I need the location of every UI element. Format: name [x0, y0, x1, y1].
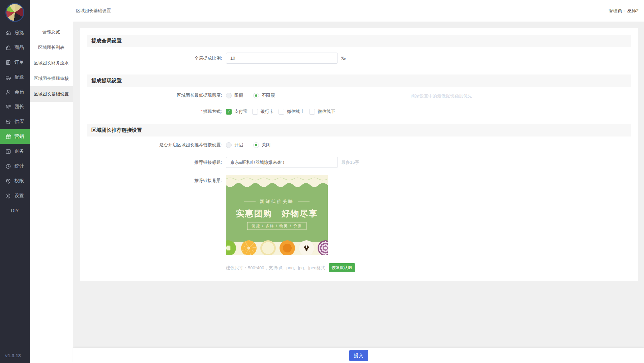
reflink-title-hint: 最多15字 [341, 159, 359, 165]
sidebar-item-members[interactable]: 会员 [0, 85, 30, 99]
global-ratio-input[interactable] [226, 53, 338, 64]
submenu-item-marketing-overview[interactable]: 营销总览 [30, 24, 73, 40]
sidebar-item-label: 供应 [14, 119, 24, 125]
sidebar-item-stats[interactable]: 统计 [0, 159, 30, 174]
radio-no-limit[interactable]: 不限额 [253, 92, 275, 98]
radio-label: 关闭 [262, 142, 270, 148]
sidebar-item-goods[interactable]: 商品 [0, 40, 30, 55]
orange-slice-icon [241, 240, 257, 255]
radio-enable[interactable]: 开启 [226, 142, 243, 148]
required-mark: * [201, 109, 202, 114]
dash-decoration [244, 202, 256, 202]
app-logo[interactable] [5, 3, 24, 22]
submenu-item-leader-withdraw-audit[interactable]: 区域团长提现审核 [30, 71, 73, 86]
checkbox-alipay[interactable]: ✓ 支付宝 [226, 109, 247, 115]
admin-label: 管理员： [609, 8, 626, 13]
radio-label: 不限额 [262, 92, 275, 98]
section-title-withdraw: 提成提现设置 [87, 74, 631, 87]
admin-info: 管理员： 巫师2 [609, 8, 639, 14]
sidebar-item-label: 营销 [14, 133, 24, 140]
checkbox-label: 银行卡 [261, 109, 274, 115]
sidebar-item-finance[interactable]: 财务 [0, 144, 30, 159]
reflink-title-label: 推荐链接标题: [87, 159, 226, 165]
reflink-bg-image[interactable]: 新鲜低价美味 实惠团购 好物尽享 便捷 / 多样 / 物美 / 价廉 [226, 175, 328, 255]
checkbox-wechat-online[interactable]: 微信线上 [279, 109, 304, 115]
sidebar-item-supply[interactable]: 供应 [0, 114, 30, 129]
radio-circle-icon [226, 142, 232, 148]
banner-subtitle: 便捷 / 多样 / 物美 / 价廉 [247, 222, 306, 230]
delivery-icon [5, 74, 11, 81]
section-title-global-commission: 提成全局设置 [87, 35, 631, 47]
banner-title: 实惠团购 好物尽享 [226, 208, 328, 219]
sidebar-item-overview[interactable]: 总览 [0, 25, 30, 40]
content-area: 提成全局设置 全局提成比例: ‰ 提成提现设置 区域团长最低提现额度: 限额 [73, 22, 644, 348]
min-withdraw-label: 区域团长最低提现额度: [87, 92, 226, 98]
dash-decoration [298, 202, 310, 202]
sidebar-item-leaders[interactable]: 团长 [0, 99, 30, 114]
submenu-item-leader-basic-settings[interactable]: 区域团长基础设置 [30, 86, 73, 102]
submenu-item-leader-finance-flow[interactable]: 区域团长财务流水 [30, 55, 73, 71]
permission-icon [5, 178, 11, 184]
marketing-icon [5, 133, 11, 140]
sidebar-item-label: 配送 [14, 74, 24, 80]
section-title-reflink: 区域团长推荐链接设置 [87, 124, 631, 137]
sidebar-item-label: 团长 [14, 104, 24, 110]
leader-icon [5, 104, 11, 110]
sidebar-item-label: 订单 [14, 59, 24, 65]
sidebar-item-label: 商品 [14, 44, 24, 51]
sidebar-item-delivery[interactable]: 配送 [0, 70, 30, 85]
radio-circle-icon [226, 93, 232, 98]
radio-circle-icon [253, 93, 259, 98]
sidebar-item-marketing[interactable]: 营销 [0, 129, 30, 144]
banner-subtitle-wrap: 便捷 / 多样 / 物美 / 价廉 [226, 222, 328, 230]
member-icon [5, 89, 11, 95]
main-sidebar: 总览 商品 订单 配送 会员 团长 供应 营销 财务 统计 权限 设置 [0, 0, 30, 363]
order-icon [5, 59, 11, 66]
sidebar-item-settings[interactable]: 设置 [0, 188, 30, 203]
restore-default-image-button[interactable]: 恢复默认图 [329, 263, 355, 272]
submenu-item-leader-list[interactable]: 区域团长列表 [30, 40, 73, 55]
checkbox-wechat-offline[interactable]: 微信线下 [309, 109, 335, 115]
withdraw-methods-checkbox-group: ✓ 支付宝 银行卡 微信线上 微信线下 [226, 109, 340, 115]
min-withdraw-radio-group: 限额 不限额 [226, 92, 285, 98]
sidebar-item-label: 总览 [14, 30, 24, 36]
reflink-bg-hint-row: 建议尺寸：500*400，支持gif、png、jpg、jpeg格式 恢复默认图 [87, 263, 631, 272]
marketing-submenu: 营销总览 区域团长列表 区域团长财务流水 区域团长提现审核 区域团长基础设置 [30, 0, 73, 363]
global-ratio-label: 全局提成比例: [87, 55, 226, 61]
checkbox-checked-icon: ✓ [226, 109, 232, 115]
radio-label: 开启 [234, 142, 243, 148]
sidebar-item-label: 设置 [14, 193, 24, 199]
sidebar-item-label: 会员 [14, 89, 24, 95]
admin-name[interactable]: 巫师2 [627, 8, 639, 13]
settings-icon [5, 193, 11, 199]
sidebar-item-orders[interactable]: 订单 [0, 55, 30, 70]
reflink-bg-label: 推荐链接背景: [87, 175, 226, 184]
finance-icon [5, 148, 11, 155]
submit-button[interactable]: 提交 [349, 350, 368, 361]
settings-panel: 提成全局设置 全局提成比例: ‰ 提成提现设置 区域团长最低提现额度: 限额 [80, 28, 638, 281]
checkbox-unchecked-icon [252, 109, 258, 115]
reflink-title-input[interactable] [226, 157, 338, 168]
sidebar-item-label: 权限 [14, 178, 24, 184]
withdraw-methods-row: *提现方式: ✓ 支付宝 银行卡 微信线上 [87, 109, 631, 115]
radio-limit[interactable]: 限额 [226, 92, 243, 98]
radio-disable[interactable]: 关闭 [253, 142, 270, 148]
sidebar-item-label: 财务 [14, 148, 24, 154]
sidebar-item-diy[interactable]: DIY [0, 203, 30, 218]
checkbox-label: 微信线上 [287, 109, 304, 115]
reflink-bg-hint: 建议尺寸：500*400，支持gif、png、jpg、jpeg格式 [226, 265, 325, 271]
topbar: 区域团长基础设置 管理员： 巫师2 [73, 0, 644, 22]
reflink-enable-radio-group: 开启 关闭 [226, 142, 281, 148]
supply-icon [5, 119, 11, 125]
breadcrumb: 区域团长基础设置 [76, 8, 111, 14]
sidebar-item-label: DIY [11, 208, 19, 213]
sidebar-item-label: 统计 [14, 163, 24, 169]
sidebar-item-permissions[interactable]: 权限 [0, 174, 30, 188]
checkbox-bank-card[interactable]: 银行卡 [252, 109, 274, 115]
global-ratio-unit: ‰ [341, 56, 346, 61]
main-column: 区域团长基础设置 管理员： 巫师2 提成全局设置 全局提成比例: ‰ 提成提现设… [73, 0, 644, 363]
app-version: v1.3.13 [5, 353, 21, 358]
banner-tagline: 新鲜低价美味 [226, 199, 328, 205]
reflink-title-row: 推荐链接标题: 最多15字 [87, 157, 631, 168]
withdraw-methods-label: *提现方式: [87, 109, 226, 115]
